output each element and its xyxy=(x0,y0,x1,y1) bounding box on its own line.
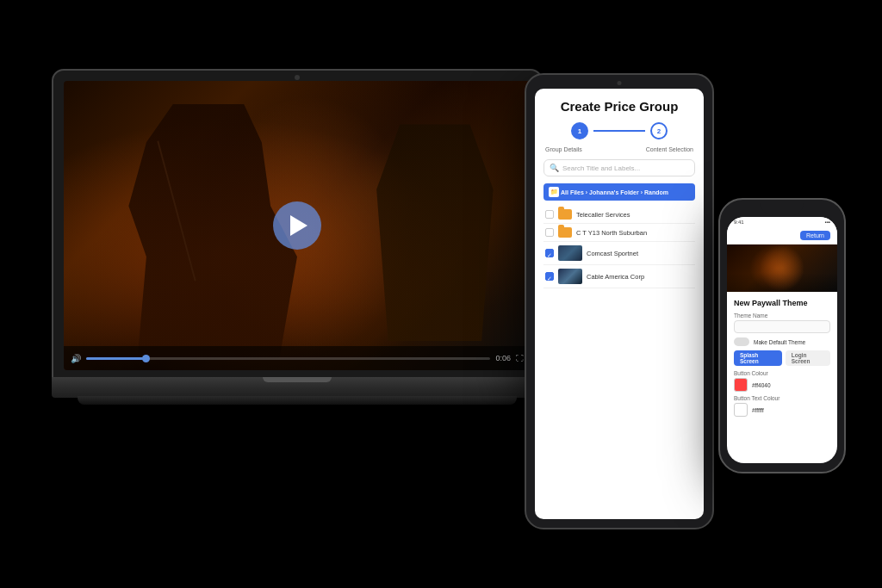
create-price-group-title: Create Price Group xyxy=(543,99,695,114)
phone-notch xyxy=(761,200,804,215)
splash-screen-tab[interactable]: Splash Screen xyxy=(734,350,782,366)
fullscreen-icon[interactable]: ⛶ xyxy=(516,354,524,362)
folder-icon-2 xyxy=(558,227,572,238)
laptop-base xyxy=(52,377,543,398)
file-checkbox-3[interactable]: ✓ xyxy=(545,249,554,257)
phone-time: 9:41 xyxy=(734,220,744,225)
step-2-label: Content Selection xyxy=(646,146,693,152)
phone: 9:41 ▪▪▪ Return New Paywall Theme Theme … xyxy=(718,198,846,473)
login-screen-tab[interactable]: Login Screen xyxy=(786,350,830,366)
file-row[interactable]: C T Y13 North Suburban xyxy=(543,224,695,242)
laptop-notch xyxy=(263,377,332,382)
phone-tab-row: Splash Screen Login Screen xyxy=(734,350,830,366)
laptop-screen-border: 🔊 0:06 ⛶ xyxy=(52,69,543,379)
button-colour-swatch[interactable] xyxy=(734,378,748,392)
file-name-4: Cable America Corp xyxy=(587,273,693,281)
progress-fill xyxy=(86,357,146,360)
file-name-2: C T Y13 North Suburban xyxy=(576,229,693,237)
file-thumb-4 xyxy=(558,269,582,284)
step-1-circle: 1 xyxy=(571,122,588,139)
phone-screen: 9:41 ▪▪▪ Return New Paywall Theme Theme … xyxy=(727,217,837,463)
tablet: Create Price Group 1 2 Group Details Con… xyxy=(525,73,714,529)
video-player[interactable]: 🔊 0:06 ⛶ xyxy=(64,81,531,370)
video-progress-bar[interactable]: 🔊 0:06 ⛶ xyxy=(64,346,531,370)
theme-name-input[interactable] xyxy=(734,320,830,333)
default-theme-label: Make Default Theme xyxy=(754,339,805,345)
step-connector xyxy=(593,130,645,132)
step-labels: Group Details Content Selection xyxy=(543,146,695,152)
phone-video-thumb xyxy=(727,244,837,292)
file-row[interactable]: Telecaller Services xyxy=(543,206,695,224)
phone-header: Return xyxy=(727,227,837,244)
play-icon xyxy=(290,215,307,236)
phone-content: New Paywall Theme Theme Name Make Defaul… xyxy=(727,292,837,427)
button-colour-value: #ff4040 xyxy=(752,382,771,388)
laptop: 🔊 0:06 ⛶ xyxy=(52,69,543,430)
laptop-camera xyxy=(295,75,300,80)
tablet-camera xyxy=(618,81,622,85)
button-text-colour-row[interactable]: #ffffff xyxy=(734,403,830,417)
file-row[interactable]: ✓ Cable America Corp xyxy=(543,265,695,288)
search-icon: 🔍 xyxy=(550,164,559,172)
file-thumb-3 xyxy=(558,245,582,261)
tablet-content: Create Price Group 1 2 Group Details Con… xyxy=(535,89,704,299)
folder-breadcrumb-icon: 📁 xyxy=(549,187,559,197)
breadcrumb-row[interactable]: 📁 All Files › Johanna's Folder › Random xyxy=(543,183,695,201)
button-text-colour-swatch[interactable] xyxy=(734,403,748,417)
phone-status-bar: 9:41 ▪▪▪ xyxy=(727,217,837,227)
tablet-screen: Create Price Group 1 2 Group Details Con… xyxy=(535,89,704,519)
play-button[interactable] xyxy=(273,201,321,250)
file-list: Telecaller Services C T Y13 North Suburb… xyxy=(543,206,695,288)
step-1-label: Group Details xyxy=(545,146,582,152)
laptop-screen: 🔊 0:06 ⛶ xyxy=(64,81,531,370)
folder-icon-1 xyxy=(558,209,572,220)
button-text-colour-value: #ffffff xyxy=(752,407,764,413)
volume-icon: 🔊 xyxy=(71,354,81,363)
file-checkbox-1[interactable] xyxy=(545,210,554,219)
file-name-1: Telecaller Services xyxy=(576,211,693,219)
theme-name-label: Theme Name xyxy=(734,313,830,319)
search-bar[interactable]: 🔍 Search Title and Labels... xyxy=(543,159,695,176)
time-label: 0:06 xyxy=(495,354,511,362)
breadcrumb-text: All Files › Johanna's Folder › Random xyxy=(561,189,668,195)
file-checkbox-4[interactable]: ✓ xyxy=(545,272,554,281)
laptop-foot xyxy=(78,396,517,405)
phone-signal-icons: ▪▪▪ xyxy=(825,220,830,225)
stepper-row: 1 2 xyxy=(543,122,695,139)
search-placeholder: Search Title and Labels... xyxy=(562,164,640,172)
file-name-3: Comcast Sportnet xyxy=(587,250,693,257)
default-theme-toggle-row[interactable]: Make Default Theme xyxy=(734,337,830,346)
button-colour-label: Button Colour xyxy=(734,370,830,376)
step-2-circle: 2 xyxy=(650,122,668,139)
default-theme-toggle[interactable] xyxy=(734,337,749,346)
button-text-colour-label: Button Text Colour xyxy=(734,395,830,401)
return-button[interactable]: Return xyxy=(800,231,830,240)
progress-track[interactable] xyxy=(86,357,490,360)
file-row[interactable]: ✓ Comcast Sportnet xyxy=(543,242,695,265)
file-checkbox-2[interactable] xyxy=(545,228,554,237)
phone-section-title: New Paywall Theme xyxy=(734,299,830,307)
button-colour-row[interactable]: #ff4040 xyxy=(734,378,830,392)
